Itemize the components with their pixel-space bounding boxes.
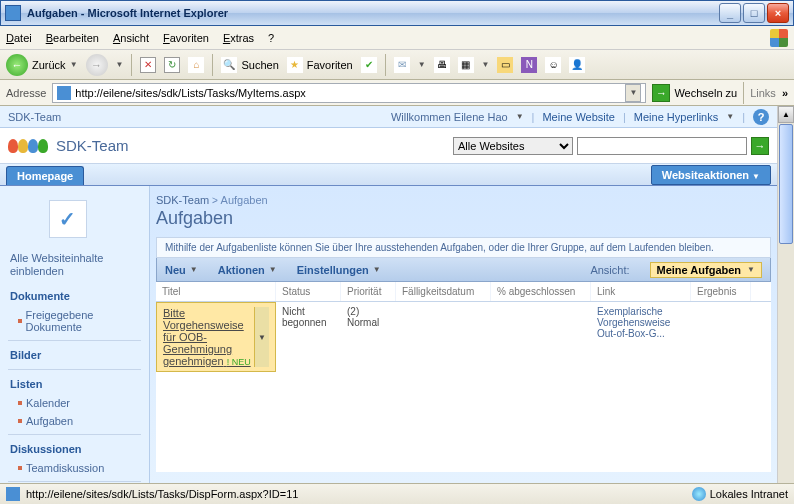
- status-page-icon: [6, 487, 20, 501]
- col-due[interactable]: Fälligkeitsdatum: [396, 282, 491, 301]
- go-arrow-icon: →: [652, 84, 670, 102]
- page-icon: [57, 86, 71, 100]
- back-button[interactable]: ← Zurück ▼: [6, 54, 78, 76]
- go-label: Wechseln zu: [674, 87, 737, 99]
- nav-item-shared-docs[interactable]: Freigegebene Dokumente: [0, 306, 149, 336]
- minimize-button[interactable]: _: [719, 3, 741, 23]
- main-area: SDK-Team > Aufgaben Aufgaben Mithilfe de…: [150, 186, 777, 483]
- breadcrumb-current: Aufgaben: [221, 194, 268, 206]
- site-search-go-button[interactable]: →: [751, 137, 769, 155]
- settings-button[interactable]: Einstellungen▼: [297, 264, 381, 276]
- new-button[interactable]: Neu▼: [165, 264, 198, 276]
- folder-button[interactable]: ▭: [497, 57, 513, 73]
- breadcrumb-team[interactable]: SDK-Team: [156, 194, 209, 206]
- cell-percent: [491, 302, 591, 372]
- research-button[interactable]: 👤: [569, 57, 585, 73]
- discuss-button[interactable]: ☺: [545, 57, 561, 73]
- table-header: Titel Status Priorität Fälligkeitsdatum …: [156, 282, 771, 302]
- col-title[interactable]: Titel: [156, 282, 276, 301]
- menu-edit[interactable]: Bearbeiten: [46, 32, 99, 44]
- nav-header-documents[interactable]: Dokumente: [0, 286, 149, 306]
- maximize-button[interactable]: □: [743, 3, 765, 23]
- nav-all-site-content[interactable]: Alle Websiteinhalte einblenden: [0, 250, 149, 286]
- view-selector[interactable]: Meine Aufgaben▼: [650, 262, 762, 278]
- team-link[interactable]: SDK-Team: [8, 111, 61, 123]
- site-logo-icon: [8, 139, 48, 153]
- home-button[interactable]: ⌂: [188, 57, 204, 73]
- menu-file[interactable]: Datei: [6, 32, 32, 44]
- site-title: SDK-Team: [56, 137, 445, 154]
- back-dropdown-icon[interactable]: ▼: [70, 60, 78, 69]
- address-dropdown-button[interactable]: ▼: [625, 84, 641, 102]
- forward-dropdown-icon[interactable]: ▼: [116, 60, 124, 69]
- scroll-thumb[interactable]: [779, 124, 793, 244]
- throbber-icon: [770, 29, 788, 47]
- tab-homepage[interactable]: Homepage: [6, 166, 84, 185]
- nav-header-lists[interactable]: Listen: [0, 374, 149, 394]
- welcome-dropdown-icon[interactable]: ▼: [516, 112, 524, 121]
- mail-dropdown-icon[interactable]: ▼: [418, 60, 426, 69]
- go-button[interactable]: → Wechseln zu: [652, 84, 737, 102]
- col-result[interactable]: Ergebnis: [691, 282, 751, 301]
- window-title: Aufgaben - Microsoft Internet Explorer: [27, 7, 719, 19]
- menu-extras[interactable]: Extras: [223, 32, 254, 44]
- col-percent[interactable]: % abgeschlossen: [491, 282, 591, 301]
- security-zone[interactable]: Lokales Intranet: [692, 487, 788, 501]
- forward-button[interactable]: →: [86, 54, 108, 76]
- favorites-button[interactable]: ★ Favoriten: [287, 57, 353, 73]
- globe-icon: [692, 487, 706, 501]
- close-button[interactable]: ×: [767, 3, 789, 23]
- view-label: Ansicht:: [590, 264, 629, 276]
- window-titlebar: Aufgaben - Microsoft Internet Explorer _…: [0, 0, 794, 26]
- menu-bar: Datei Bearbeiten Ansicht Favoriten Extra…: [0, 26, 794, 50]
- mail-button[interactable]: ✉: [394, 57, 410, 73]
- search-button[interactable]: 🔍 Suchen: [221, 57, 278, 73]
- mylinks-dropdown-icon[interactable]: ▼: [726, 112, 734, 121]
- item-dropdown-button[interactable]: ▼: [254, 307, 269, 367]
- site-actions-button[interactable]: Websiteaktionen ▼: [651, 165, 771, 185]
- edit-button[interactable]: ▦: [458, 57, 474, 73]
- stop-button[interactable]: ✕: [140, 57, 156, 73]
- tab-strip: Homepage Websiteaktionen ▼: [0, 164, 777, 186]
- vertical-scrollbar[interactable]: ▲: [777, 106, 794, 483]
- help-button[interactable]: ?: [753, 109, 769, 125]
- cell-link[interactable]: Exemplarische Vorgehensweise Out-of-Box-…: [591, 302, 691, 372]
- nav-item-teamdisc[interactable]: Teamdiskussion: [0, 459, 149, 477]
- menu-favorites[interactable]: Favoriten: [163, 32, 209, 44]
- history-button[interactable]: ✔: [361, 57, 377, 73]
- print-button[interactable]: 🖶: [434, 57, 450, 73]
- mylinks-link[interactable]: Meine Hyperlinks: [634, 111, 718, 123]
- cell-due: [396, 302, 491, 372]
- address-input[interactable]: [75, 87, 621, 99]
- sp-header: SDK-Team Alle Websites →: [0, 128, 777, 164]
- back-label: Zurück: [32, 59, 66, 71]
- search-scope-select[interactable]: Alle Websites: [453, 137, 573, 155]
- nav-header-discussions[interactable]: Diskussionen: [0, 439, 149, 459]
- cell-title[interactable]: Bitte Vorgehensweise für OOB-Genehmigung…: [156, 302, 276, 372]
- status-bar: http://eilene/sites/sdk/Lists/Tasks/Disp…: [0, 483, 794, 504]
- refresh-button[interactable]: ↻: [164, 57, 180, 73]
- site-search-input[interactable]: [577, 137, 747, 155]
- scroll-up-button[interactable]: ▲: [778, 106, 794, 123]
- menu-view[interactable]: Ansicht: [113, 32, 149, 44]
- breadcrumb: SDK-Team > Aufgaben: [156, 194, 771, 206]
- menu-help[interactable]: ?: [268, 32, 274, 44]
- search-icon: 🔍: [221, 57, 237, 73]
- col-priority[interactable]: Priorität: [341, 282, 396, 301]
- star-icon: ★: [287, 57, 303, 73]
- page-content: SDK-Team Willkommen Eilene Hao ▼ | Meine…: [0, 106, 777, 483]
- onenote-button[interactable]: N: [521, 57, 537, 73]
- ie-icon: [5, 5, 21, 21]
- actions-button[interactable]: Aktionen▼: [218, 264, 277, 276]
- nav-item-tasks[interactable]: Aufgaben: [0, 412, 149, 430]
- col-link[interactable]: Link: [591, 282, 691, 301]
- col-status[interactable]: Status: [276, 282, 341, 301]
- nav-header-pictures[interactable]: Bilder: [0, 345, 149, 365]
- table-row: Bitte Vorgehensweise für OOB-Genehmigung…: [156, 302, 771, 372]
- links-button[interactable]: Links: [750, 87, 776, 99]
- edit-dropdown-icon[interactable]: ▼: [482, 60, 490, 69]
- favorites-label: Favoriten: [307, 59, 353, 71]
- nav-item-calendar[interactable]: Kalender: [0, 394, 149, 412]
- mysite-link[interactable]: Meine Website: [542, 111, 615, 123]
- cell-status: Nicht begonnen: [276, 302, 341, 372]
